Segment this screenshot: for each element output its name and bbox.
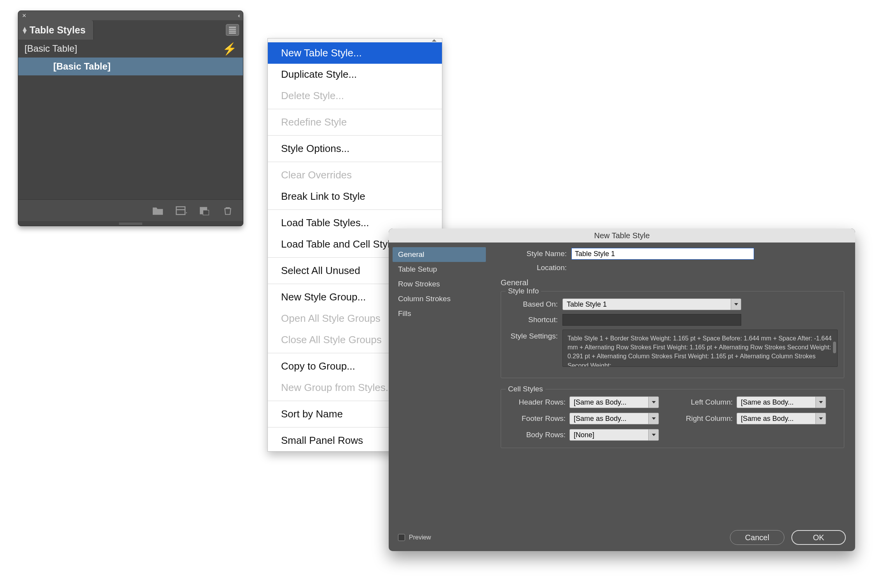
- dialog-footer: Preview Cancel OK: [389, 524, 855, 551]
- panel-title: Table Styles: [30, 24, 86, 36]
- menu-item: Delete Style...: [268, 85, 442, 106]
- chevron-down-icon: [731, 299, 741, 310]
- preview-checkbox[interactable]: [398, 534, 405, 541]
- footer-rows-label: Footer Rows:: [507, 414, 566, 423]
- left-column-label: Left Column:: [663, 398, 733, 407]
- cell-styles-fieldset: Cell Styles Header Rows: [Same as Body..…: [501, 389, 844, 448]
- menu-item[interactable]: New Table Style...: [268, 42, 442, 64]
- style-name-input[interactable]: [571, 248, 754, 260]
- style-settings-box[interactable]: Table Style 1 + Border Stroke Weight: 1.…: [562, 330, 838, 367]
- style-settings-label: Style Settings:: [507, 330, 558, 340]
- based-on-label: Based On:: [507, 300, 558, 309]
- tab-table-styles[interactable]: ▴▾ Table Styles: [18, 20, 94, 40]
- panel-tab-strip: ▴▾ Table Styles: [18, 20, 243, 40]
- dialog-content: Style Name: Location: General Style Info…: [490, 243, 855, 524]
- cancel-button[interactable]: Cancel: [730, 530, 784, 545]
- body-rows-label: Body Rows:: [507, 431, 566, 439]
- resize-grip[interactable]: [18, 221, 243, 226]
- chevron-down-icon: [815, 397, 826, 408]
- shortcut-label: Shortcut:: [507, 316, 558, 324]
- right-column-select[interactable]: [Same as Body...: [737, 413, 826, 424]
- folder-icon[interactable]: [152, 206, 164, 216]
- svg-text:+: +: [186, 210, 187, 216]
- right-column-label: Right Column:: [663, 414, 733, 423]
- clear-override-icon[interactable]: [199, 206, 210, 216]
- based-on-select[interactable]: Table Style 1: [562, 298, 741, 310]
- styles-list: [Basic Table] ⚡ [Basic Table]: [18, 40, 243, 199]
- style-row[interactable]: [Basic Table] ⚡: [18, 40, 243, 58]
- panel-menu-button[interactable]: [226, 24, 239, 36]
- flyout-grip: [268, 38, 442, 42]
- location-label: Location:: [501, 263, 567, 272]
- dialog-category-list: GeneralTable SetupRow StrokesColumn Stro…: [389, 243, 490, 524]
- menu-item[interactable]: Style Options...: [268, 138, 442, 159]
- preview-label: Preview: [409, 534, 431, 541]
- style-name: [Basic Table]: [24, 43, 77, 54]
- panel-top-bar: × ‹‹: [18, 11, 243, 20]
- based-on-value: Table Style 1: [567, 300, 607, 309]
- table-styles-panel: × ‹‹ ▴▾ Table Styles [Basic Table] ⚡ [Ba…: [18, 10, 243, 226]
- category-item[interactable]: General: [393, 247, 486, 262]
- scrollbar-thumb[interactable]: [833, 342, 836, 353]
- style-info-legend: Style Info: [506, 287, 541, 295]
- style-name-label: Style Name:: [501, 250, 567, 258]
- chevron-down-icon: [648, 429, 658, 440]
- panel-footer: +: [18, 199, 243, 221]
- new-style-icon[interactable]: +: [175, 206, 187, 216]
- section-general-label: General: [501, 278, 844, 287]
- new-table-style-dialog: New Table Style GeneralTable SetupRow St…: [389, 229, 855, 551]
- style-info-fieldset: Style Info Based On: Table Style 1 Short…: [501, 291, 844, 378]
- menu-separator: [268, 109, 442, 109]
- svg-rect-4: [203, 210, 209, 215]
- menu-separator: [268, 162, 442, 162]
- menu-item: Redefine Style: [268, 112, 442, 133]
- shortcut-input[interactable]: [562, 314, 741, 326]
- trash-icon[interactable]: [222, 206, 234, 216]
- lightning-icon: ⚡: [222, 42, 237, 56]
- menu-item[interactable]: Duplicate Style...: [268, 64, 442, 85]
- ok-button[interactable]: OK: [791, 530, 846, 545]
- footer-rows-select[interactable]: [Same as Body...: [569, 413, 659, 424]
- left-column-select[interactable]: [Same as Body...: [737, 396, 826, 408]
- menu-separator: [268, 209, 442, 210]
- close-icon[interactable]: ×: [22, 12, 26, 19]
- category-item[interactable]: Fills: [393, 306, 486, 321]
- style-settings-text: Table Style 1 + Border Stroke Weight: 1.…: [567, 335, 832, 367]
- sort-updown-icon: ▴▾: [23, 27, 26, 33]
- category-item[interactable]: Table Setup: [393, 262, 486, 277]
- chevron-down-icon: [815, 413, 826, 424]
- chevron-down-icon: [648, 397, 658, 408]
- category-item[interactable]: Column Strokes: [393, 291, 486, 306]
- style-name: [Basic Table]: [53, 61, 111, 72]
- header-rows-label: Header Rows:: [507, 398, 566, 407]
- menu-item: Clear Overrides: [268, 164, 442, 186]
- chevron-down-icon: [648, 413, 658, 424]
- collapse-icon[interactable]: ‹‹: [238, 12, 239, 19]
- category-item[interactable]: Row Strokes: [393, 277, 486, 291]
- menu-separator: [268, 135, 442, 136]
- menu-item[interactable]: Break Link to Style: [268, 186, 442, 207]
- cell-styles-legend: Cell Styles: [506, 385, 545, 393]
- svg-rect-0: [176, 207, 185, 215]
- style-row-selected[interactable]: [Basic Table]: [18, 58, 243, 75]
- header-rows-select[interactable]: [Same as Body...: [569, 396, 659, 408]
- body-rows-select[interactable]: [None]: [569, 429, 659, 441]
- dialog-title: New Table Style: [389, 229, 855, 243]
